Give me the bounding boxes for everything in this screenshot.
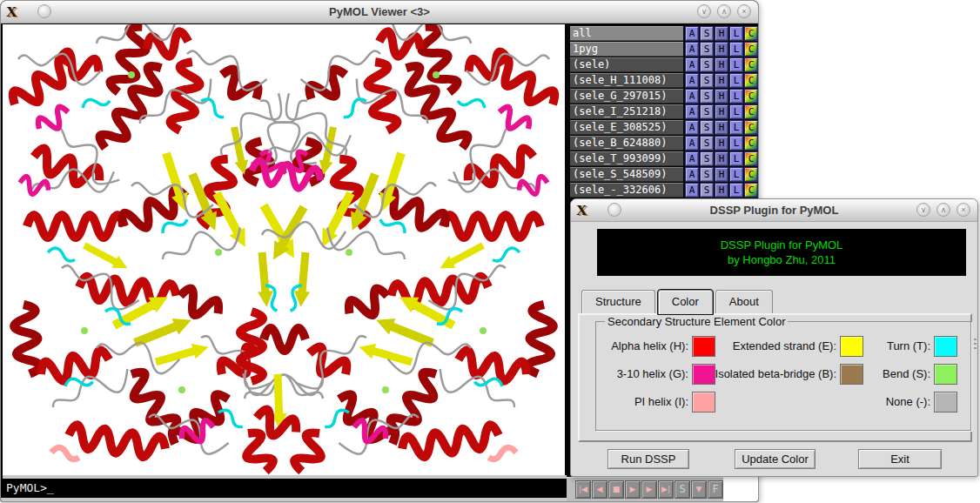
legend-label-none: None (-): — [871, 392, 930, 412]
label-menu-button[interactable]: L — [729, 26, 743, 41]
selection-name[interactable]: (sele_E_308525) — [570, 120, 683, 135]
hide-menu-button[interactable]: H — [715, 26, 728, 41]
label-menu-button[interactable]: L — [729, 183, 743, 198]
hide-menu-button[interactable]: H — [715, 57, 728, 72]
selection-name[interactable]: (sele_I_251218) — [570, 104, 683, 119]
dssp-titlebar[interactable]: X DSSP Plugin for PyMOL ∨ ∧ × — [571, 199, 977, 222]
color-menu-button[interactable]: C — [744, 120, 758, 135]
show-menu-button[interactable]: S — [700, 136, 714, 151]
hide-menu-button[interactable]: H — [715, 42, 728, 57]
show-menu-button[interactable]: S — [700, 42, 714, 57]
color-menu-button[interactable]: C — [744, 89, 758, 104]
skip-end-button[interactable]: ▶| — [658, 480, 674, 499]
color-menu-button[interactable]: C — [744, 104, 758, 119]
show-menu-button[interactable]: S — [700, 120, 714, 135]
show-menu-button[interactable]: S — [700, 57, 714, 72]
pymol-titlebar[interactable]: X PyMOL Viewer <3> ∨ ∧ × — [1, 1, 758, 23]
step-forward-button[interactable]: ▶ — [641, 480, 657, 499]
label-menu-button[interactable]: L — [729, 104, 743, 119]
hide-menu-button[interactable]: H — [715, 120, 728, 135]
label-menu-button[interactable]: L — [729, 167, 743, 182]
color-swatch-bend[interactable] — [934, 364, 957, 385]
action-menu-button[interactable]: A — [685, 104, 699, 119]
color-menu-button[interactable]: C — [744, 26, 758, 41]
hide-menu-button[interactable]: H — [715, 73, 728, 88]
show-menu-button[interactable]: S — [700, 151, 714, 166]
tab-color[interactable]: Color — [658, 290, 713, 314]
action-menu-button[interactable]: A — [685, 73, 699, 88]
selection-name[interactable]: (sele_H_111008) — [570, 73, 683, 88]
step-back-button[interactable]: ◀ — [592, 480, 607, 499]
tab-about[interactable]: About — [715, 290, 773, 313]
label-menu-button[interactable]: L — [729, 136, 743, 151]
movie-menu-button[interactable]: ▼ — [691, 480, 707, 499]
selection-name[interactable]: (sele) — [570, 57, 683, 72]
color-menu-button[interactable]: C — [744, 136, 758, 151]
action-menu-button[interactable]: A — [685, 57, 699, 72]
hide-menu-button[interactable]: H — [715, 183, 728, 198]
action-menu-button[interactable]: A — [685, 151, 699, 166]
rewind-start-button[interactable]: |◀ — [575, 480, 591, 499]
color-swatch-none[interactable] — [934, 392, 957, 412]
action-menu-button[interactable]: A — [685, 89, 699, 104]
window-shade-icon[interactable]: ∨ — [697, 4, 711, 18]
label-menu-button[interactable]: L — [729, 89, 743, 104]
window-close-icon[interactable]: × — [737, 4, 751, 18]
selection-name[interactable]: (sele_-_332606) — [570, 183, 683, 198]
play-button[interactable]: ▶ — [625, 480, 641, 499]
color-swatch-pi-helix[interactable] — [692, 392, 715, 412]
hide-menu-button[interactable]: H — [715, 167, 728, 182]
update-color-button[interactable]: Update Color — [735, 449, 816, 469]
label-menu-button[interactable]: L — [729, 57, 743, 72]
color-menu-button[interactable]: C — [744, 42, 758, 57]
label-menu-button[interactable]: L — [729, 42, 743, 57]
color-menu-button[interactable]: C — [744, 151, 758, 166]
color-menu-button[interactable]: C — [744, 57, 758, 72]
object-row: (sele_S_548509) A S H L C — [570, 167, 759, 182]
command-line[interactable]: PyMOL>_ — [3, 479, 567, 498]
show-menu-button[interactable]: S — [700, 167, 714, 182]
selection-name[interactable]: (sele_T_993099) — [570, 151, 683, 166]
selection-name[interactable]: (sele_B_624880) — [570, 136, 683, 151]
label-menu-button[interactable]: L — [729, 120, 743, 135]
window-close-icon[interactable]: × — [957, 203, 970, 217]
resize-grip[interactable] — [974, 339, 977, 351]
scene-button[interactable]: S — [675, 480, 690, 499]
window-maximize-icon[interactable]: ∧ — [717, 4, 731, 18]
action-menu-button[interactable]: A — [685, 26, 699, 41]
molecule-viewport[interactable] — [3, 24, 565, 475]
color-menu-button[interactable]: C — [744, 73, 758, 88]
action-menu-button[interactable]: A — [685, 120, 699, 135]
hide-menu-button[interactable]: H — [715, 89, 728, 104]
selection-name[interactable]: (sele_S_548509) — [570, 167, 683, 182]
action-menu-button[interactable]: A — [685, 42, 699, 57]
label-menu-button[interactable]: L — [729, 151, 743, 166]
object-name-all[interactable]: all — [570, 26, 683, 41]
exit-button[interactable]: Exit — [858, 449, 942, 469]
show-menu-button[interactable]: S — [700, 89, 714, 104]
show-menu-button[interactable]: S — [700, 183, 714, 198]
action-menu-button[interactable]: A — [685, 183, 699, 198]
object-name-1pyg[interactable]: 1pyg — [570, 42, 683, 57]
show-menu-button[interactable]: S — [700, 104, 714, 119]
hide-menu-button[interactable]: H — [715, 151, 728, 166]
color-swatch-beta-bridge[interactable] — [840, 364, 863, 385]
action-menu-button[interactable]: A — [685, 136, 699, 151]
window-shade-icon[interactable]: ∨ — [916, 203, 930, 217]
show-menu-button[interactable]: S — [700, 26, 714, 41]
label-menu-button[interactable]: L — [729, 73, 743, 88]
color-swatch-turn[interactable] — [934, 336, 957, 357]
stop-button[interactable]: ■ — [608, 480, 624, 499]
window-maximize-icon[interactable]: ∧ — [936, 203, 950, 217]
hide-menu-button[interactable]: H — [715, 104, 728, 119]
action-menu-button[interactable]: A — [685, 167, 699, 182]
tab-structure[interactable]: Structure — [581, 290, 655, 313]
color-swatch-extended-strand[interactable] — [840, 336, 863, 357]
fullscreen-button[interactable]: F — [708, 480, 723, 499]
selection-name[interactable]: (sele_G_297015) — [570, 89, 683, 104]
run-dssp-button[interactable]: Run DSSP — [607, 449, 689, 469]
hide-menu-button[interactable]: H — [715, 136, 728, 151]
color-menu-button[interactable]: C — [744, 183, 758, 198]
show-menu-button[interactable]: S — [700, 73, 714, 88]
color-menu-button[interactable]: C — [744, 167, 758, 182]
